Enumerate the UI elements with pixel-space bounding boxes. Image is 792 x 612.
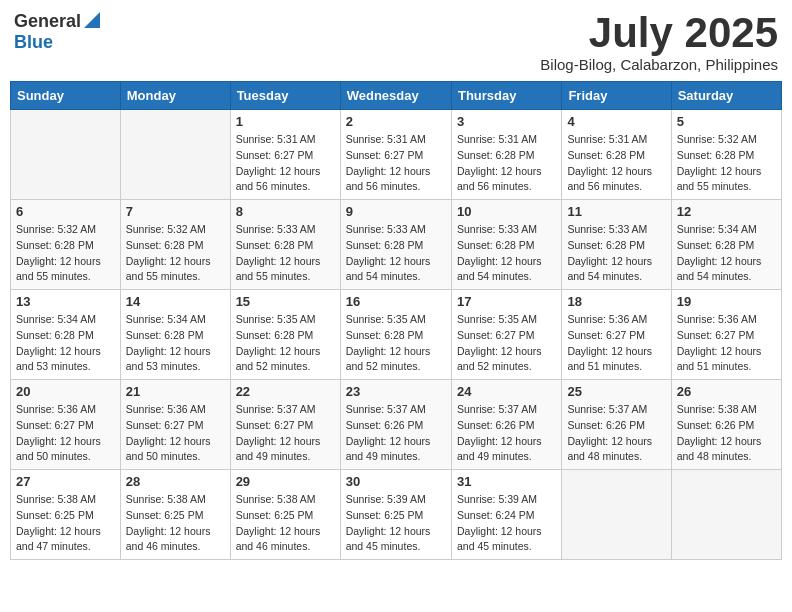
- logo-blue-text: Blue: [14, 32, 53, 52]
- day-info: Sunrise: 5:38 AM Sunset: 6:26 PM Dayligh…: [677, 402, 776, 465]
- day-info: Sunrise: 5:37 AM Sunset: 6:26 PM Dayligh…: [567, 402, 665, 465]
- day-number: 13: [16, 294, 115, 309]
- logo: General Blue: [14, 10, 100, 53]
- day-info: Sunrise: 5:39 AM Sunset: 6:25 PM Dayligh…: [346, 492, 446, 555]
- calendar-cell: 12Sunrise: 5:34 AM Sunset: 6:28 PM Dayli…: [671, 200, 781, 290]
- calendar-cell: 28Sunrise: 5:38 AM Sunset: 6:25 PM Dayli…: [120, 470, 230, 560]
- weekday-header-tuesday: Tuesday: [230, 82, 340, 110]
- calendar-cell: 2Sunrise: 5:31 AM Sunset: 6:27 PM Daylig…: [340, 110, 451, 200]
- day-info: Sunrise: 5:38 AM Sunset: 6:25 PM Dayligh…: [236, 492, 335, 555]
- day-number: 19: [677, 294, 776, 309]
- day-number: 23: [346, 384, 446, 399]
- month-title: July 2025: [540, 10, 778, 56]
- day-info: Sunrise: 5:32 AM Sunset: 6:28 PM Dayligh…: [126, 222, 225, 285]
- day-info: Sunrise: 5:38 AM Sunset: 6:25 PM Dayligh…: [126, 492, 225, 555]
- calendar-cell: 29Sunrise: 5:38 AM Sunset: 6:25 PM Dayli…: [230, 470, 340, 560]
- day-info: Sunrise: 5:34 AM Sunset: 6:28 PM Dayligh…: [16, 312, 115, 375]
- day-info: Sunrise: 5:36 AM Sunset: 6:27 PM Dayligh…: [16, 402, 115, 465]
- calendar-cell: 11Sunrise: 5:33 AM Sunset: 6:28 PM Dayli…: [562, 200, 671, 290]
- day-number: 17: [457, 294, 556, 309]
- logo-icon: [84, 10, 100, 32]
- day-number: 14: [126, 294, 225, 309]
- day-number: 20: [16, 384, 115, 399]
- calendar-cell: 13Sunrise: 5:34 AM Sunset: 6:28 PM Dayli…: [11, 290, 121, 380]
- calendar-cell: 18Sunrise: 5:36 AM Sunset: 6:27 PM Dayli…: [562, 290, 671, 380]
- day-number: 29: [236, 474, 335, 489]
- weekday-header-monday: Monday: [120, 82, 230, 110]
- week-row-5: 27Sunrise: 5:38 AM Sunset: 6:25 PM Dayli…: [11, 470, 782, 560]
- svg-marker-0: [84, 12, 100, 28]
- calendar-cell: 4Sunrise: 5:31 AM Sunset: 6:28 PM Daylig…: [562, 110, 671, 200]
- day-number: 7: [126, 204, 225, 219]
- calendar-cell: 25Sunrise: 5:37 AM Sunset: 6:26 PM Dayli…: [562, 380, 671, 470]
- day-number: 15: [236, 294, 335, 309]
- day-info: Sunrise: 5:34 AM Sunset: 6:28 PM Dayligh…: [677, 222, 776, 285]
- day-number: 25: [567, 384, 665, 399]
- weekday-header-sunday: Sunday: [11, 82, 121, 110]
- day-info: Sunrise: 5:31 AM Sunset: 6:27 PM Dayligh…: [346, 132, 446, 195]
- day-number: 22: [236, 384, 335, 399]
- calendar-cell: [120, 110, 230, 200]
- day-info: Sunrise: 5:32 AM Sunset: 6:28 PM Dayligh…: [16, 222, 115, 285]
- day-info: Sunrise: 5:35 AM Sunset: 6:28 PM Dayligh…: [236, 312, 335, 375]
- calendar-cell: 21Sunrise: 5:36 AM Sunset: 6:27 PM Dayli…: [120, 380, 230, 470]
- week-row-3: 13Sunrise: 5:34 AM Sunset: 6:28 PM Dayli…: [11, 290, 782, 380]
- day-number: 6: [16, 204, 115, 219]
- day-number: 5: [677, 114, 776, 129]
- day-info: Sunrise: 5:36 AM Sunset: 6:27 PM Dayligh…: [126, 402, 225, 465]
- day-info: Sunrise: 5:31 AM Sunset: 6:28 PM Dayligh…: [567, 132, 665, 195]
- weekday-header-saturday: Saturday: [671, 82, 781, 110]
- day-info: Sunrise: 5:31 AM Sunset: 6:27 PM Dayligh…: [236, 132, 335, 195]
- day-number: 4: [567, 114, 665, 129]
- day-info: Sunrise: 5:33 AM Sunset: 6:28 PM Dayligh…: [457, 222, 556, 285]
- calendar-cell: 1Sunrise: 5:31 AM Sunset: 6:27 PM Daylig…: [230, 110, 340, 200]
- day-number: 26: [677, 384, 776, 399]
- day-number: 24: [457, 384, 556, 399]
- day-info: Sunrise: 5:36 AM Sunset: 6:27 PM Dayligh…: [677, 312, 776, 375]
- day-number: 27: [16, 474, 115, 489]
- calendar-cell: 7Sunrise: 5:32 AM Sunset: 6:28 PM Daylig…: [120, 200, 230, 290]
- page-header: General Blue July 2025 Bilog-Bilog, Cala…: [10, 10, 782, 73]
- day-info: Sunrise: 5:33 AM Sunset: 6:28 PM Dayligh…: [236, 222, 335, 285]
- calendar-cell: 8Sunrise: 5:33 AM Sunset: 6:28 PM Daylig…: [230, 200, 340, 290]
- day-number: 10: [457, 204, 556, 219]
- day-info: Sunrise: 5:33 AM Sunset: 6:28 PM Dayligh…: [567, 222, 665, 285]
- calendar-cell: 3Sunrise: 5:31 AM Sunset: 6:28 PM Daylig…: [451, 110, 561, 200]
- day-number: 1: [236, 114, 335, 129]
- weekday-header-row: SundayMondayTuesdayWednesdayThursdayFrid…: [11, 82, 782, 110]
- day-number: 28: [126, 474, 225, 489]
- day-number: 12: [677, 204, 776, 219]
- day-number: 21: [126, 384, 225, 399]
- calendar-cell: 14Sunrise: 5:34 AM Sunset: 6:28 PM Dayli…: [120, 290, 230, 380]
- day-info: Sunrise: 5:34 AM Sunset: 6:28 PM Dayligh…: [126, 312, 225, 375]
- day-info: Sunrise: 5:32 AM Sunset: 6:28 PM Dayligh…: [677, 132, 776, 195]
- calendar-cell: 30Sunrise: 5:39 AM Sunset: 6:25 PM Dayli…: [340, 470, 451, 560]
- calendar-cell: 23Sunrise: 5:37 AM Sunset: 6:26 PM Dayli…: [340, 380, 451, 470]
- day-number: 18: [567, 294, 665, 309]
- day-number: 2: [346, 114, 446, 129]
- day-number: 31: [457, 474, 556, 489]
- day-info: Sunrise: 5:35 AM Sunset: 6:28 PM Dayligh…: [346, 312, 446, 375]
- calendar-cell: 10Sunrise: 5:33 AM Sunset: 6:28 PM Dayli…: [451, 200, 561, 290]
- weekday-header-friday: Friday: [562, 82, 671, 110]
- calendar-table: SundayMondayTuesdayWednesdayThursdayFrid…: [10, 81, 782, 560]
- day-info: Sunrise: 5:33 AM Sunset: 6:28 PM Dayligh…: [346, 222, 446, 285]
- calendar-cell: 22Sunrise: 5:37 AM Sunset: 6:27 PM Dayli…: [230, 380, 340, 470]
- day-number: 8: [236, 204, 335, 219]
- day-info: Sunrise: 5:37 AM Sunset: 6:27 PM Dayligh…: [236, 402, 335, 465]
- calendar-cell: 16Sunrise: 5:35 AM Sunset: 6:28 PM Dayli…: [340, 290, 451, 380]
- calendar-cell: 5Sunrise: 5:32 AM Sunset: 6:28 PM Daylig…: [671, 110, 781, 200]
- calendar-cell: 20Sunrise: 5:36 AM Sunset: 6:27 PM Dayli…: [11, 380, 121, 470]
- calendar-cell: [671, 470, 781, 560]
- calendar-cell: 19Sunrise: 5:36 AM Sunset: 6:27 PM Dayli…: [671, 290, 781, 380]
- weekday-header-thursday: Thursday: [451, 82, 561, 110]
- calendar-cell: [562, 470, 671, 560]
- week-row-4: 20Sunrise: 5:36 AM Sunset: 6:27 PM Dayli…: [11, 380, 782, 470]
- weekday-header-wednesday: Wednesday: [340, 82, 451, 110]
- calendar-cell: 15Sunrise: 5:35 AM Sunset: 6:28 PM Dayli…: [230, 290, 340, 380]
- day-number: 3: [457, 114, 556, 129]
- day-number: 30: [346, 474, 446, 489]
- day-info: Sunrise: 5:35 AM Sunset: 6:27 PM Dayligh…: [457, 312, 556, 375]
- calendar-cell: [11, 110, 121, 200]
- day-number: 16: [346, 294, 446, 309]
